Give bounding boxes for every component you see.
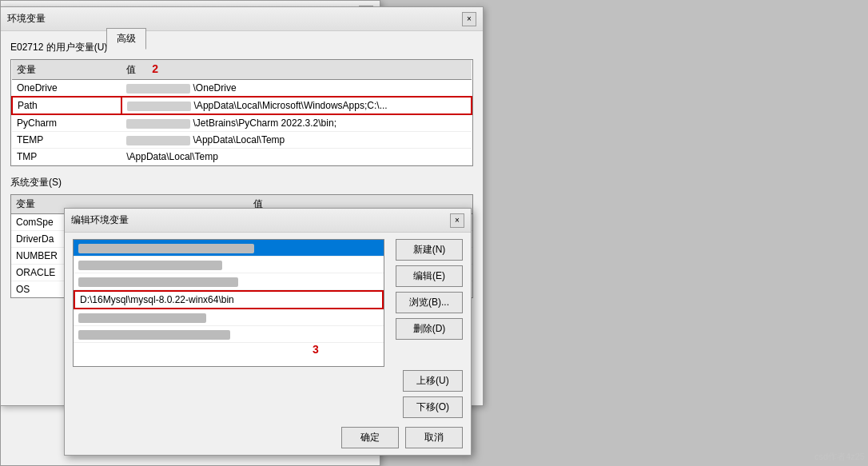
list-item[interactable] xyxy=(74,240,384,257)
var-value: \AppData\Local\Microsoft\WindowsApps;C:\… xyxy=(121,97,472,114)
edit-cancel-btn[interactable]: 取消 xyxy=(405,427,463,448)
col-var-header: 变量 xyxy=(12,60,121,80)
user-vars-table-container: 变量 值 2 OneDrive \OneDrive Pa xyxy=(10,59,473,166)
env-vars-titlebar: 环境变量 × xyxy=(1,7,483,31)
var-name: TEMP xyxy=(12,132,121,149)
list-item[interactable] xyxy=(74,257,384,273)
list-item[interactable] xyxy=(74,273,384,290)
browse-btn[interactable]: 浏览(B)... xyxy=(396,292,463,313)
env-vars-close-btn[interactable]: × xyxy=(462,12,476,26)
tab-advanced[interactable]: 高级 xyxy=(106,28,146,50)
table-row[interactable]: OneDrive \OneDrive xyxy=(12,80,472,98)
env-vars-title: 环境变量 xyxy=(7,12,46,26)
edit-env-window: 编辑环境变量 × D:\16Mysql\mysql-8.0.22-winx64\… xyxy=(64,208,472,456)
user-vars-title: E02712 的用户变量(U) xyxy=(10,41,473,54)
var-name: OneDrive xyxy=(12,80,121,98)
user-vars-table: 变量 值 2 OneDrive \OneDrive Pa xyxy=(11,60,472,165)
edit-action-buttons: 新建(N) 编辑(E) 浏览(B)... 删除(D) xyxy=(396,239,463,340)
step2-inline: 2 xyxy=(152,62,158,75)
var-value: \JetBrains\PyCharm 2022.3.2\bin; xyxy=(121,114,472,132)
edit-btn[interactable]: 编辑(E) xyxy=(396,265,463,287)
edit-ok-btn[interactable]: 确定 xyxy=(341,427,399,448)
edit-env-title: 编辑环境变量 xyxy=(71,213,129,227)
mysql-path-value: D:\16Mysql\mysql-8.0.22-winx64\bin xyxy=(80,294,234,305)
table-row[interactable]: TEMP \AppData\Local\Temp xyxy=(12,132,472,149)
edit-list-container: D:\16Mysql\mysql-8.0.22-winx64\bin xyxy=(73,239,384,367)
col-val-header: 值 2 xyxy=(121,60,472,80)
table-row[interactable]: PyCharm \JetBrains\PyCharm 2022.3.2\bin; xyxy=(12,114,472,132)
move-up-btn[interactable]: 上移(U) xyxy=(403,370,463,392)
list-item[interactable] xyxy=(74,309,384,326)
watermark: csd作者4z25 xyxy=(814,451,865,463)
table-row[interactable]: TMP \AppData\Local\Temp xyxy=(12,149,472,165)
new-btn[interactable]: 新建(N) xyxy=(396,239,463,261)
var-value: \AppData\Local\Temp xyxy=(121,149,472,165)
var-name: Path xyxy=(12,97,121,114)
sys-vars-title: 系统变量(S) xyxy=(10,176,473,189)
var-name: TMP xyxy=(12,149,121,165)
var-value: \AppData\Local\Temp xyxy=(121,132,472,149)
edit-bottom-buttons: 确定 取消 xyxy=(341,427,463,448)
var-value: \OneDrive xyxy=(121,80,472,98)
var-name: PyCharm xyxy=(12,114,121,132)
delete-btn[interactable]: 删除(D) xyxy=(396,318,463,340)
list-item-highlighted[interactable]: D:\16Mysql\mysql-8.0.22-winx64\bin xyxy=(74,290,384,309)
list-item[interactable] xyxy=(74,326,384,343)
edit-env-titlebar: 编辑环境变量 × xyxy=(65,209,471,233)
edit-env-close-btn[interactable]: × xyxy=(450,213,464,228)
edit-move-buttons: 上移(U) 下移(O) xyxy=(403,370,463,418)
step3-label: 3 xyxy=(313,343,319,356)
table-row[interactable]: Path \AppData\Local\Microsoft\WindowsApp… xyxy=(12,97,472,114)
move-down-btn[interactable]: 下移(O) xyxy=(403,396,463,418)
